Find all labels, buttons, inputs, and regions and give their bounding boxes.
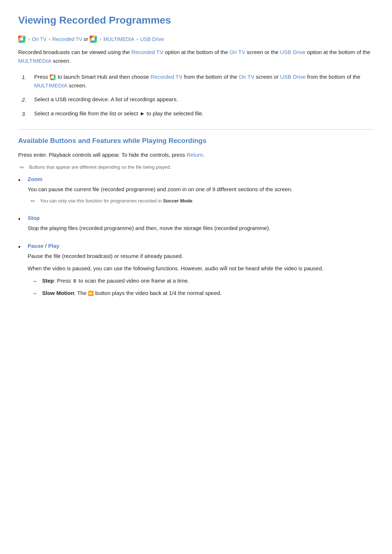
bullet-zoom-content: Zoom You can pause the current file (rec… bbox=[28, 176, 374, 208]
intro-text-1: Recorded broadcasts can be viewed using … bbox=[18, 49, 131, 55]
bullet-stop: • Stop Stop the playing files (recorded … bbox=[18, 215, 374, 236]
intro-link-multimedia[interactable]: MULTIMEDIA bbox=[18, 58, 51, 64]
step1-link-on-tv[interactable]: On TV bbox=[239, 74, 254, 80]
bullet-stop-label: Stop bbox=[28, 215, 374, 221]
breadcrumb-separator-2: › bbox=[49, 37, 50, 42]
slow-motion-subtext: Slow Motion: The ⏩ button plays the vide… bbox=[42, 289, 221, 297]
step1-link-recorded-tv[interactable]: Recorded TV bbox=[151, 74, 183, 80]
step-2: 2. Select a USB recording device. A list… bbox=[22, 95, 374, 104]
bullet-pause-desc2: When the video is paused, you can use th… bbox=[28, 264, 374, 273]
step-num-3: 3. bbox=[22, 109, 29, 118]
pencil-icon-zoom: ✏ bbox=[30, 198, 37, 205]
bullet-dot-pause-play: • bbox=[18, 243, 23, 252]
intro-link-recorded-tv[interactable]: Recorded TV bbox=[131, 49, 163, 55]
bullet-pause-play-label: Pause / Play bbox=[28, 243, 374, 249]
intro-paragraph: Recorded broadcasts can be viewed using … bbox=[18, 48, 374, 65]
intro-text-3: screen or the bbox=[245, 49, 280, 55]
intro-text-5: screen. bbox=[51, 58, 70, 64]
breadcrumb-on-tv[interactable]: On TV bbox=[32, 36, 46, 42]
dash-slow-motion: – bbox=[33, 289, 38, 297]
subbullet-step: – Step: Press ⏸ to scan the paused video… bbox=[33, 276, 374, 285]
steps-list: 1. Press to launch Smart Hub and then ch… bbox=[18, 73, 374, 118]
page-title: Viewing Recorded Programmes bbox=[18, 15, 374, 29]
step-2-text: Select a USB recording device. A list of… bbox=[34, 95, 374, 104]
bullet-stop-desc: Stop the playing files (recorded program… bbox=[28, 224, 374, 233]
soccer-mode-link[interactable]: Soccer Mode bbox=[163, 198, 192, 204]
smart-hub-icon-step1 bbox=[50, 74, 56, 80]
smart-hub-icon-2 bbox=[90, 36, 97, 43]
bullet-zoom: • Zoom You can pause the current file (r… bbox=[18, 176, 374, 208]
breadcrumb-recorded-tv[interactable]: Recorded TV bbox=[52, 36, 82, 42]
bullet-pause-desc1: Pause the file (recorded broadcast) or r… bbox=[28, 252, 374, 260]
note-1-text: Buttons that appear are different depend… bbox=[29, 164, 171, 171]
breadcrumb-separator-4: › bbox=[136, 37, 138, 42]
breadcrumb-separator-1: › bbox=[28, 37, 30, 42]
step-1: 1. Press to launch Smart Hub and then ch… bbox=[22, 73, 374, 90]
bullet-pause-play-content: Pause / Play Pause the file (recorded br… bbox=[28, 243, 374, 301]
bullet-list: • Zoom You can pause the current file (r… bbox=[18, 176, 374, 301]
breadcrumb-multimedia[interactable]: MULTIMEDIA bbox=[103, 36, 134, 42]
section2-intro-return-link[interactable]: Return bbox=[187, 152, 203, 158]
breadcrumb-usb-drive[interactable]: USB Drive bbox=[140, 36, 164, 42]
step-term: Step bbox=[42, 278, 54, 284]
step-num-2: 2. bbox=[22, 95, 29, 104]
bullet-pause-play: • Pause / Play Pause the file (recorded … bbox=[18, 243, 374, 301]
step-num-1: 1. bbox=[22, 73, 29, 82]
breadcrumb-or: or bbox=[83, 36, 88, 42]
intro-text-4: option at the bottom of the bbox=[306, 49, 370, 55]
intro-text-2: option at the bottom of the bbox=[163, 49, 230, 55]
zoom-subnote: ✏ You can only use this function for pro… bbox=[28, 197, 374, 205]
step-3-text: Select a recording file from the list or… bbox=[34, 109, 374, 118]
bullet-stop-content: Stop Stop the playing files (recorded pr… bbox=[28, 215, 374, 236]
step-3: 3. Select a recording file from the list… bbox=[22, 109, 374, 118]
smart-hub-icon bbox=[18, 36, 25, 43]
pencil-icon-1: ✏ bbox=[20, 164, 26, 171]
play-label: Play bbox=[48, 243, 60, 249]
bullet-zoom-desc: You can pause the current file (recorded… bbox=[28, 185, 374, 194]
subbullet-slow-motion: – Slow Motion: The ⏩ button plays the vi… bbox=[33, 289, 374, 297]
bullet-dot-stop: • bbox=[18, 215, 23, 224]
pause-play-separator: / bbox=[44, 243, 48, 249]
step1-link-multimedia[interactable]: MULTIMEDIA bbox=[34, 82, 67, 89]
section2-intro: Press enter. Playback controls will appe… bbox=[18, 151, 374, 159]
fast-forward-symbol: ⏩ bbox=[88, 291, 94, 296]
section2-intro-text2: . bbox=[203, 152, 204, 158]
intro-link-on-tv[interactable]: On TV bbox=[230, 49, 245, 55]
bullet-zoom-label: Zoom bbox=[28, 176, 374, 182]
dash-step: – bbox=[33, 276, 38, 285]
breadcrumb-separator-3: › bbox=[100, 37, 101, 42]
pause-label: Pause bbox=[28, 243, 44, 249]
step-1-text: Press to launch Smart Hub and then choos… bbox=[34, 73, 374, 90]
section-divider bbox=[18, 129, 374, 130]
pause-subbullets: – Step: Press ⏸ to scan the paused video… bbox=[28, 276, 374, 297]
note-1: ✏ Buttons that appear are different depe… bbox=[18, 164, 374, 171]
slow-motion-term: Slow Motion bbox=[42, 290, 74, 296]
bullet-dot-zoom: • bbox=[18, 176, 23, 185]
section2-intro-text1: Press enter. Playback controls will appe… bbox=[18, 152, 187, 158]
section2-title: Available Buttons and Features while Pla… bbox=[18, 137, 374, 145]
zoom-subnote-text: You can only use this function for progr… bbox=[40, 197, 194, 205]
breadcrumb: › On TV › Recorded TV or › MULTIMEDIA › … bbox=[18, 36, 374, 43]
step1-link-usb-drive[interactable]: USB Drive bbox=[280, 74, 306, 80]
step-subtext: Step: Press ⏸ to scan the paused video o… bbox=[42, 276, 189, 285]
intro-link-usb-drive[interactable]: USB Drive bbox=[280, 49, 306, 55]
pause-symbol: ⏸ bbox=[72, 278, 77, 284]
